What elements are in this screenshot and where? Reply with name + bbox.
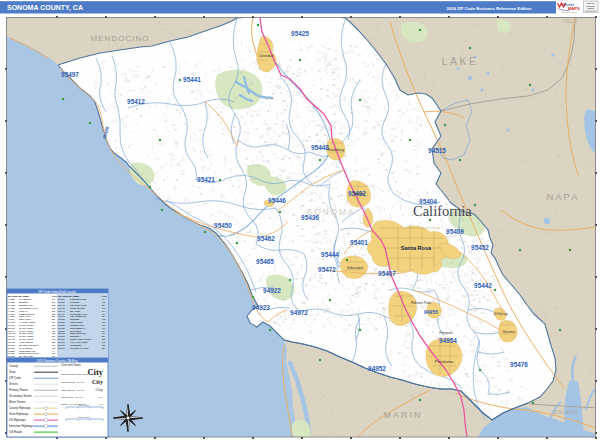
- svg-text:www.MarketMAPS.com: www.MarketMAPS.com: [561, 11, 577, 13]
- svg-text:95401: 95401: [350, 239, 368, 246]
- svg-text:THE SEA RANCH: THE SEA RANCH: [70, 347, 90, 350]
- svg-text:B.H.Springs: B.H.Springs: [494, 312, 509, 316]
- svg-text:2024 Sonoma County, CA Map: 2024 Sonoma County, CA Map: [36, 359, 77, 363]
- svg-text:Primary Streets: Primary Streets: [9, 388, 29, 392]
- svg-text:NAPA: NAPA: [546, 191, 579, 202]
- svg-text:94922: 94922: [263, 287, 281, 294]
- svg-text:California: California: [413, 203, 472, 219]
- svg-text:95412: 95412: [127, 98, 145, 105]
- svg-text:Cities 5,000 - 24,999: Cities 5,000 - 24,999: [61, 396, 84, 399]
- svg-text:95444: 95444: [321, 251, 339, 258]
- svg-text:95476: 95476: [510, 361, 528, 368]
- svg-text:Edition: Edition: [588, 7, 594, 9]
- svg-text:95472: 95472: [318, 266, 336, 273]
- svg-text:95404: 95404: [419, 198, 437, 205]
- svg-text:City: City: [92, 379, 103, 385]
- svg-text:95436: 95436: [301, 214, 319, 221]
- svg-text:95462: 95462: [257, 235, 275, 242]
- svg-text:Minor Streets: Minor Streets: [9, 400, 26, 404]
- svg-text:SOLANO: SOLANO: [554, 410, 579, 415]
- svg-text:94955: 94955: [424, 309, 438, 315]
- svg-text:State Highways: State Highways: [9, 412, 29, 416]
- svg-text:2024 ZIP: 2024 ZIP: [587, 2, 595, 4]
- svg-text:Healdsburg: Healdsburg: [328, 148, 345, 152]
- svg-text:Cities 100,000 and Above: Cities 100,000 and Above: [61, 373, 89, 376]
- svg-text:SONOMA COUNTY, CA: SONOMA COUNTY, CA: [7, 4, 83, 12]
- svg-text:ZIP Code Index/Grid Locator: ZIP Code Index/Grid Locator: [38, 290, 76, 294]
- svg-text:Secondary Streets: Secondary Streets: [9, 394, 33, 398]
- svg-text:City: City: [98, 396, 103, 399]
- svg-text:Interstate Highways: Interstate Highways: [9, 424, 34, 428]
- svg-text:95446: 95446: [268, 197, 286, 204]
- svg-text:95497: 95497: [58, 347, 65, 350]
- svg-text:LOC: LOC: [102, 295, 107, 297]
- svg-text:MARIN: MARIN: [384, 410, 423, 420]
- svg-text:ZIP Code ZIP Name: ZIP Code ZIP Name: [58, 295, 80, 297]
- svg-text:Penngrove: Penngrove: [439, 331, 453, 335]
- svg-text:ZIP Code ZIP Name: ZIP Code ZIP Name: [8, 295, 30, 297]
- svg-text:Toll Roads: Toll Roads: [9, 430, 23, 434]
- svg-text:94972: 94972: [290, 309, 308, 316]
- svg-text:94952: 94952: [368, 365, 386, 372]
- svg-text:95497: 95497: [61, 71, 79, 78]
- svg-text:95407: 95407: [378, 270, 396, 277]
- svg-text:94515: 94515: [428, 147, 446, 154]
- svg-text:95442: 95442: [474, 282, 492, 289]
- svg-text:ZIP Code: ZIP Code: [9, 376, 21, 380]
- svg-text:County Highways: County Highways: [9, 406, 31, 410]
- svg-text:95441: 95441: [183, 76, 201, 83]
- svg-text:94923: 94923: [252, 304, 270, 311]
- svg-text:94954: 94954: [439, 337, 457, 344]
- svg-text:County: County: [9, 364, 18, 368]
- svg-text:Miles (Map): Miles (Map): [78, 404, 90, 406]
- svg-text:Miles (Inset): Miles (Inset): [78, 416, 90, 418]
- svg-text:Streets: Streets: [9, 382, 18, 386]
- svg-text:MAPS: MAPS: [568, 6, 580, 11]
- svg-text:Petaluma: Petaluma: [435, 359, 454, 364]
- svg-text:State: State: [9, 370, 16, 374]
- svg-text:2024 ZIP Code Business Referen: 2024 ZIP Code Business Reference Edition: [446, 6, 532, 11]
- svg-text:Rohnert Park: Rohnert Park: [411, 301, 431, 305]
- svg-text:Windsor: Windsor: [353, 192, 366, 196]
- svg-text:MENDOCINO: MENDOCINO: [91, 34, 150, 43]
- svg-text:LAKE: LAKE: [442, 55, 479, 67]
- svg-text:City: City: [95, 387, 103, 392]
- svg-text:LOC: LOC: [52, 295, 57, 297]
- svg-text:95465: 95465: [256, 258, 274, 265]
- svg-text:Cities with Towns: Cities with Towns: [61, 363, 82, 367]
- svg-text:YOLO: YOLO: [562, 19, 578, 24]
- svg-text:US Highways: US Highways: [9, 418, 26, 422]
- svg-text:Sonoma: Sonoma: [503, 330, 515, 334]
- svg-text:City: City: [87, 367, 103, 377]
- svg-text:Santa Rosa: Santa Rosa: [401, 245, 432, 251]
- svg-text:95448: 95448: [311, 144, 329, 151]
- svg-text:Sebastopol: Sebastopol: [347, 266, 363, 270]
- svg-text:95421: 95421: [197, 176, 215, 183]
- svg-text:95450: 95450: [214, 222, 232, 229]
- svg-text:Cities 25,000 - 49,999: Cities 25,000 - 49,999: [61, 389, 85, 392]
- svg-text:Cloverdale: Cloverdale: [258, 54, 273, 58]
- svg-text:Cities 50,000 - 99,999: Cities 50,000 - 99,999: [61, 381, 85, 384]
- svg-text:95425: 95425: [291, 30, 309, 37]
- svg-text:95452: 95452: [471, 244, 489, 251]
- svg-text:95409: 95409: [446, 228, 464, 235]
